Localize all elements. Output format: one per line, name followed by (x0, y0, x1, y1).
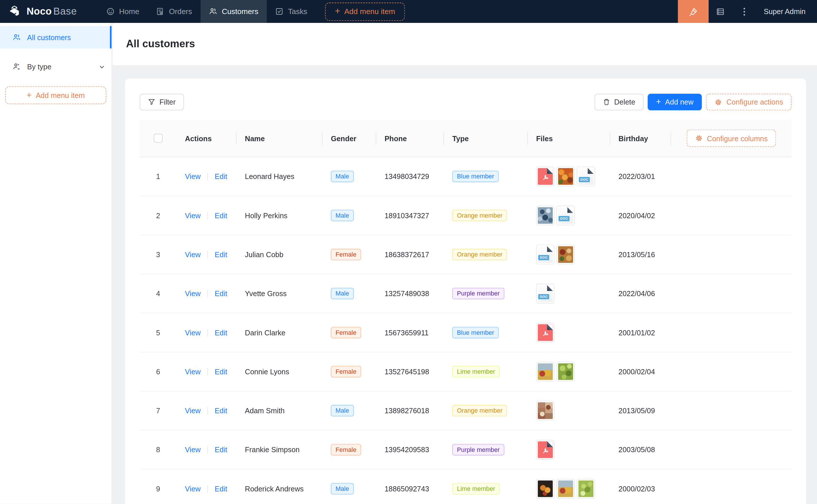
gender-cell: Female (323, 313, 376, 352)
menu-item-orders[interactable]: Orders (148, 0, 200, 23)
view-link[interactable]: View (185, 290, 201, 298)
pdf-file-icon[interactable] (536, 440, 554, 460)
table-row: 6 View Edit Connie Lyons Female 13527645… (139, 353, 792, 391)
delete-button[interactable]: Delete (594, 94, 644, 110)
files-cell: DOC (528, 274, 610, 313)
image-file-thumbnail[interactable] (556, 245, 575, 264)
name-cell: Connie Lyons (237, 353, 323, 391)
gender-tag: Male (331, 405, 354, 416)
edit-link[interactable]: Edit (215, 211, 227, 220)
add-menu-item-button-sidebar[interactable]: + Add menu item (5, 86, 106, 104)
gender-cell: Male (323, 274, 376, 313)
page-header: All customers (113, 23, 817, 65)
gender-cell: Female (323, 235, 376, 274)
link-divider (208, 368, 208, 375)
edit-link[interactable]: Edit (215, 290, 227, 298)
more-options-button[interactable] (733, 0, 757, 23)
gender-tag: Female (331, 249, 361, 260)
type-tag: Lime member (452, 483, 500, 495)
ui-editor-button[interactable] (678, 0, 708, 23)
view-link[interactable]: View (185, 485, 201, 493)
gender-tag: Male (331, 288, 354, 299)
edit-link[interactable]: Edit (215, 407, 227, 415)
view-link[interactable]: View (185, 250, 201, 259)
name-cell: Frankie Simpson (237, 430, 323, 469)
view-link[interactable]: View (185, 367, 201, 376)
customers-table: Actions Name Gender Phone Type Files Bir… (139, 120, 792, 504)
column-header-files: Files (528, 120, 610, 157)
pdf-file-icon[interactable] (536, 167, 554, 186)
phone-cell: 13898276018 (376, 391, 444, 430)
nocobase-app: Noco Base Home (0, 0, 817, 504)
collections-manager-button[interactable] (709, 0, 733, 23)
view-link[interactable]: View (185, 211, 201, 220)
image-file-thumbnail[interactable] (536, 206, 554, 225)
sidebar: All customers By type + Add menu item (0, 23, 112, 504)
type-cell: Lime member (444, 353, 528, 391)
column-header-birthday: Birthday (610, 120, 671, 157)
type-cell: Lime member (444, 469, 528, 504)
edit-link[interactable]: Edit (215, 250, 227, 259)
table-body: 1 View Edit Leonard Hayes Male 134980347… (139, 157, 792, 504)
gear-icon (695, 134, 703, 142)
nocobase-logo-icon (8, 5, 22, 18)
toolbar-right-actions: Delete + Add new (594, 94, 792, 110)
sidebar-item-by-type[interactable]: By type (0, 56, 111, 77)
edit-link[interactable]: Edit (215, 328, 227, 337)
menu-item-customers[interactable]: Customers (200, 0, 267, 23)
doc-file-icon[interactable]: DOC (536, 245, 554, 264)
phone-cell: 18910347327 (376, 196, 444, 235)
phone-cell: 13527645198 (376, 353, 444, 391)
view-link[interactable]: View (185, 328, 201, 337)
doc-file-icon[interactable]: DOC (536, 284, 554, 304)
edit-link[interactable]: Edit (215, 367, 227, 376)
image-file-thumbnail[interactable] (556, 362, 575, 381)
image-file-thumbnail[interactable] (556, 479, 575, 499)
menu-item-tasks[interactable]: Tasks (267, 0, 316, 23)
edit-link[interactable]: Edit (215, 485, 227, 493)
edit-link[interactable]: Edit (215, 172, 227, 181)
sidebar-item-label: By type (27, 62, 52, 71)
view-link[interactable]: View (185, 172, 201, 181)
top-navigation-bar: Noco Base Home (0, 0, 817, 23)
configure-actions-button[interactable]: Configure actions (706, 94, 792, 110)
row-index-cell: 8 (139, 430, 176, 469)
image-file-thumbnail[interactable] (536, 362, 554, 381)
image-file-thumbnail[interactable] (577, 479, 595, 499)
select-all-checkbox[interactable] (154, 134, 162, 143)
people-icon (13, 33, 21, 41)
table-row: 7 View Edit Adam Smith Male 13898276018 … (139, 391, 792, 430)
type-cell: Purple member (444, 274, 528, 313)
menu-item-label: Home (119, 7, 139, 15)
column-header-type: Type (444, 120, 528, 157)
image-file-thumbnail[interactable] (556, 167, 575, 186)
add-new-button[interactable]: + Add new (648, 94, 702, 110)
files-cell (528, 469, 610, 504)
doc-file-icon[interactable]: DOC (556, 206, 575, 225)
chevron-down-icon[interactable] (99, 63, 105, 70)
row-actions-cell: View Edit (176, 235, 237, 274)
nocobase-logo[interactable]: Noco Base (0, 0, 84, 23)
link-divider (208, 446, 208, 454)
files-cell: DOC (528, 196, 610, 235)
configure-columns-button[interactable]: Configure columns (687, 130, 776, 147)
filter-button[interactable]: Filter (139, 94, 184, 110)
add-menu-item-button-top[interactable]: + Add menu item (325, 2, 405, 21)
view-link[interactable]: View (185, 407, 201, 415)
edit-link[interactable]: Edit (215, 446, 227, 454)
gear-icon (714, 98, 722, 106)
image-file-thumbnail[interactable] (536, 401, 554, 421)
birthday-cell: 2022/04/06 (610, 274, 671, 313)
image-file-thumbnail[interactable] (536, 479, 554, 499)
table-row: 5 View Edit Darin Clarke Female 15673659… (139, 313, 792, 352)
doc-file-icon[interactable]: DOC (577, 167, 595, 186)
table-row: 1 View Edit Leonard Hayes Male 134980347… (139, 157, 792, 196)
files-cell: DOC (528, 235, 610, 274)
table-row: 9 View Edit Roderick Andrews Male 188650… (139, 469, 792, 504)
sidebar-item-all-customers[interactable]: All customers (0, 26, 111, 48)
view-link[interactable]: View (185, 446, 201, 454)
pdf-file-icon[interactable] (536, 323, 554, 342)
current-user-menu[interactable]: Super Admin (764, 7, 806, 15)
table-header-row: Actions Name Gender Phone Type Files Bir… (139, 120, 792, 157)
menu-item-home[interactable]: Home (98, 0, 148, 23)
